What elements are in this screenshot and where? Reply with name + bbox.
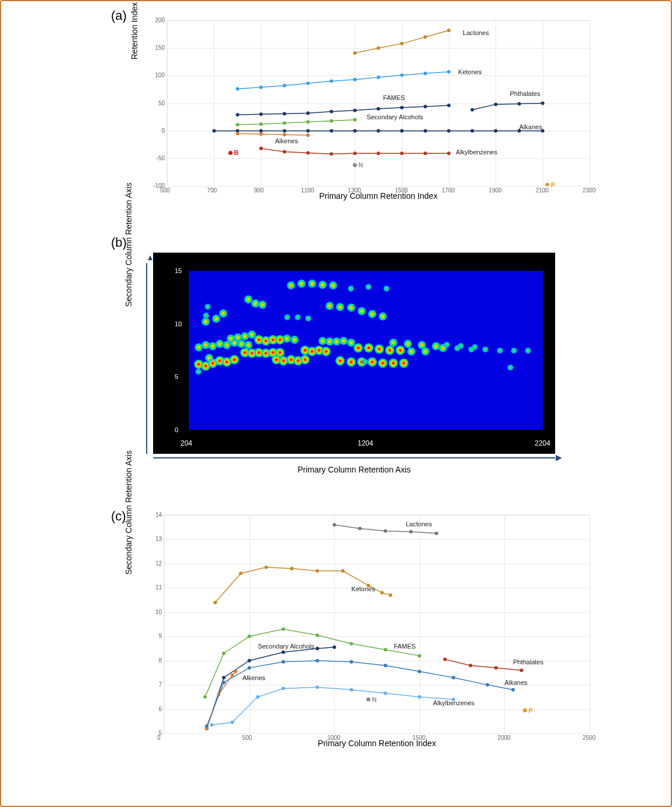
chromatogram-spot bbox=[205, 354, 213, 362]
series-point bbox=[282, 687, 285, 690]
chromatogram-spot bbox=[404, 340, 412, 348]
series-point bbox=[389, 594, 392, 597]
series-label: Ketones bbox=[351, 585, 375, 592]
series-point bbox=[353, 118, 356, 122]
chromatogram-spot bbox=[347, 304, 355, 312]
series-point bbox=[330, 110, 333, 113]
series-line bbox=[472, 104, 543, 110]
chart-c-xlabel: Primary Column Retention Index bbox=[318, 739, 436, 748]
chromatogram-spot bbox=[399, 358, 408, 368]
series-point bbox=[222, 651, 226, 655]
marker-point bbox=[353, 163, 357, 167]
chromatogram-spot bbox=[511, 347, 517, 354]
series-point bbox=[447, 29, 451, 32]
chromatogram-spot bbox=[318, 281, 327, 289]
chromatogram-spot bbox=[347, 357, 356, 367]
series-point bbox=[380, 591, 384, 595]
series-label: Alkylbenzenes bbox=[433, 699, 474, 706]
series-point bbox=[469, 664, 472, 667]
chromatogram-spot bbox=[202, 318, 210, 326]
series-label: Secondary Alcohols bbox=[366, 113, 423, 120]
series-point bbox=[447, 70, 451, 74]
series-point bbox=[400, 129, 404, 133]
series-point bbox=[306, 82, 310, 85]
series-point bbox=[205, 725, 209, 728]
series-point bbox=[470, 108, 474, 112]
chromatogram-spot bbox=[389, 358, 398, 368]
series-point bbox=[377, 107, 380, 111]
series-point bbox=[259, 122, 263, 126]
chromatogram-spot bbox=[418, 341, 426, 349]
series-point bbox=[213, 601, 217, 604]
chromatogram-spot bbox=[362, 358, 368, 365]
series-label: Phthalates bbox=[510, 90, 540, 97]
series-point bbox=[486, 683, 489, 687]
chromatogram-spot bbox=[375, 344, 384, 354]
series-label: Lactones bbox=[463, 29, 489, 36]
series-point bbox=[316, 659, 319, 663]
series-label: Alkanes bbox=[504, 679, 527, 686]
series-line bbox=[445, 660, 521, 671]
series-point bbox=[518, 102, 521, 105]
series-point bbox=[353, 51, 356, 55]
chromatogram-spot bbox=[258, 301, 266, 309]
series-point bbox=[341, 569, 345, 573]
series-line bbox=[238, 133, 309, 135]
chromatogram-spot bbox=[396, 346, 405, 355]
chromatogram-spot bbox=[368, 310, 376, 318]
series-point bbox=[316, 633, 319, 637]
series-point bbox=[248, 659, 251, 663]
series-point bbox=[248, 666, 251, 670]
chart-b-ylabel: Secondary Column Retention Axis bbox=[124, 182, 133, 306]
chromatogram-spot bbox=[335, 356, 345, 365]
series-point bbox=[400, 73, 404, 77]
series-point bbox=[222, 676, 226, 680]
series-label: Alkenes bbox=[243, 674, 265, 681]
chromatogram-spot bbox=[295, 314, 301, 320]
chromatogram-spot bbox=[383, 285, 390, 292]
chromatogram-spot bbox=[321, 347, 331, 356]
chromatogram-spot bbox=[284, 314, 290, 320]
chromatogram-spot bbox=[472, 344, 478, 350]
series-point bbox=[316, 569, 319, 573]
chart-c-plot: 05001000150020002500567891011121314NPLac… bbox=[164, 515, 590, 734]
series-point bbox=[443, 658, 446, 661]
series-point bbox=[418, 654, 421, 657]
series-point bbox=[418, 695, 421, 699]
series-point bbox=[316, 647, 319, 650]
series-point bbox=[424, 129, 427, 133]
series-label: Ketones bbox=[458, 68, 482, 75]
series-point bbox=[353, 151, 356, 155]
series-point bbox=[316, 685, 319, 689]
chromatogram-spot bbox=[336, 303, 344, 311]
series-point bbox=[282, 627, 285, 631]
series-point bbox=[424, 151, 427, 155]
series-point bbox=[330, 152, 333, 156]
series-point bbox=[282, 660, 285, 664]
figure-frame: (a) Retention Index Difference (ΔI) 5007… bbox=[0, 0, 672, 807]
chromatogram-spot bbox=[297, 280, 306, 288]
chromatogram-spot bbox=[458, 343, 464, 349]
series-point bbox=[236, 132, 240, 135]
chromatogram-spot bbox=[287, 281, 295, 289]
chromatogram-spot bbox=[385, 346, 394, 355]
series-label: Alkylbenzenes bbox=[456, 149, 497, 156]
series-point bbox=[236, 113, 240, 116]
series-point bbox=[494, 102, 497, 106]
chromatogram-spot bbox=[365, 284, 372, 290]
chromatogram-spot bbox=[329, 281, 337, 289]
chromatogram-spot bbox=[407, 347, 415, 356]
series-point bbox=[511, 688, 515, 691]
series-point bbox=[265, 565, 268, 569]
series-point bbox=[494, 666, 498, 670]
series-point bbox=[283, 84, 286, 87]
series-point bbox=[470, 129, 474, 133]
chromatogram-spot bbox=[444, 342, 450, 348]
series-point bbox=[239, 571, 243, 575]
series-point bbox=[349, 642, 353, 646]
series-label: Phthalates bbox=[513, 658, 543, 665]
chromatogram-spot bbox=[364, 343, 373, 353]
chromatogram-spot bbox=[525, 347, 531, 354]
chromatogram-spot bbox=[368, 357, 377, 367]
panel-c: (c) Secondary Column Retention Axis 0500… bbox=[12, 509, 660, 772]
